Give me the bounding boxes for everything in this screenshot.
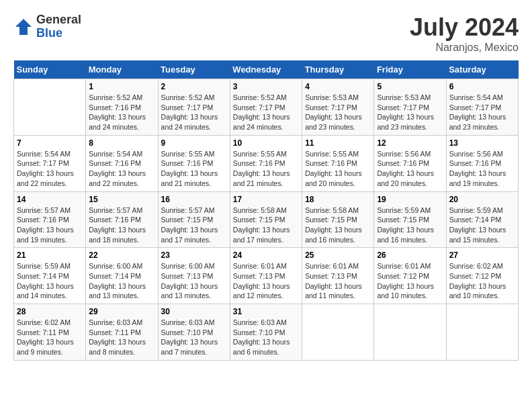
day-number: 18 [305,195,371,204]
day-number: 9 [161,138,227,148]
day-info: Sunrise: 5:52 AMSunset: 7:17 PMDaylight:… [233,93,290,131]
day-number: 13 [449,138,515,148]
calendar-cell: 18 Sunrise: 5:58 AMSunset: 7:15 PMDaylig… [302,191,374,248]
header-friday: Friday [374,60,446,79]
calendar-cell: 14 Sunrise: 5:57 AMSunset: 7:16 PMDaylig… [14,191,86,248]
calendar-week-row: 7 Sunrise: 5:54 AMSunset: 7:17 PMDayligh… [14,135,519,191]
calendar-cell: 4 Sunrise: 5:53 AMSunset: 7:17 PMDayligh… [302,79,374,136]
calendar-cell [374,304,446,361]
calendar-cell: 29 Sunrise: 6:03 AMSunset: 7:11 PMDaylig… [86,304,158,361]
day-number: 12 [377,138,443,148]
calendar-week-row: 14 Sunrise: 5:57 AMSunset: 7:16 PMDaylig… [14,191,519,248]
day-number: 14 [17,195,83,204]
day-info: Sunrise: 6:03 AMSunset: 7:10 PMDaylight:… [233,318,290,356]
day-number: 2 [161,82,227,91]
calendar-cell: 3 Sunrise: 5:52 AMSunset: 7:17 PMDayligh… [230,79,302,136]
day-number: 3 [233,82,299,91]
day-info: Sunrise: 5:54 AMSunset: 7:17 PMDaylight:… [17,150,74,187]
day-number: 15 [89,195,154,204]
calendar-cell: 21 Sunrise: 5:59 AMSunset: 7:14 PMDaylig… [14,248,86,304]
day-info: Sunrise: 5:53 AMSunset: 7:17 PMDaylight:… [305,93,362,131]
calendar-title: July 2024 [410,13,519,42]
day-number: 25 [305,250,371,260]
calendar-location: Naranjos, Mexico [410,42,519,54]
day-number: 16 [161,195,227,204]
day-info: Sunrise: 5:57 AMSunset: 7:15 PMDaylight:… [161,206,218,244]
calendar-cell: 22 Sunrise: 6:00 AMSunset: 7:14 PMDaylig… [86,248,158,304]
day-number: 28 [17,307,83,316]
calendar-cell: 20 Sunrise: 5:59 AMSunset: 7:14 PMDaylig… [446,191,518,248]
calendar-cell: 27 Sunrise: 6:02 AMSunset: 7:12 PMDaylig… [446,248,518,304]
day-number: 8 [89,138,154,148]
day-info: Sunrise: 5:52 AMSunset: 7:16 PMDaylight:… [89,93,146,131]
calendar-week-row: 21 Sunrise: 5:59 AMSunset: 7:14 PMDaylig… [14,248,519,304]
day-number: 19 [377,195,443,204]
day-info: Sunrise: 6:00 AMSunset: 7:13 PMDaylight:… [161,262,218,300]
header-thursday: Thursday [302,60,374,79]
calendar-week-row: 28 Sunrise: 6:02 AMSunset: 7:11 PMDaylig… [14,304,519,361]
day-info: Sunrise: 6:00 AMSunset: 7:14 PMDaylight:… [89,262,146,300]
calendar-cell: 30 Sunrise: 6:03 AMSunset: 7:10 PMDaylig… [158,304,230,361]
calendar-cell: 19 Sunrise: 5:59 AMSunset: 7:15 PMDaylig… [374,191,446,248]
calendar-cell: 15 Sunrise: 5:57 AMSunset: 7:16 PMDaylig… [86,191,158,248]
day-number: 24 [233,250,299,260]
day-number: 20 [449,195,515,204]
day-info: Sunrise: 6:03 AMSunset: 7:11 PMDaylight:… [89,318,146,356]
day-number: 7 [17,138,83,148]
day-info: Sunrise: 6:01 AMSunset: 7:13 PMDaylight:… [305,262,362,300]
calendar-cell: 16 Sunrise: 5:57 AMSunset: 7:15 PMDaylig… [158,191,230,248]
calendar-header-row: SundayMondayTuesdayWednesdayThursdayFrid… [14,60,519,79]
logo-general: General [36,13,81,27]
day-info: Sunrise: 6:02 AMSunset: 7:12 PMDaylight:… [449,262,506,300]
day-number: 5 [377,82,443,91]
calendar-cell: 2 Sunrise: 5:52 AMSunset: 7:17 PMDayligh… [158,79,230,136]
calendar-cell [14,79,86,136]
day-number: 1 [89,82,154,91]
day-info: Sunrise: 5:55 AMSunset: 7:16 PMDaylight:… [305,150,362,187]
calendar-table: SundayMondayTuesdayWednesdayThursdayFrid… [13,60,519,361]
calendar-cell: 5 Sunrise: 5:53 AMSunset: 7:17 PMDayligh… [374,79,446,136]
day-info: Sunrise: 5:59 AMSunset: 7:15 PMDaylight:… [377,206,434,244]
day-info: Sunrise: 5:54 AMSunset: 7:17 PMDaylight:… [449,93,506,131]
day-number: 6 [449,82,515,91]
calendar-cell: 26 Sunrise: 6:01 AMSunset: 7:12 PMDaylig… [374,248,446,304]
day-info: Sunrise: 5:56 AMSunset: 7:16 PMDaylight:… [449,150,506,187]
day-info: Sunrise: 5:58 AMSunset: 7:15 PMDaylight:… [305,206,362,244]
day-number: 4 [305,82,371,91]
day-number: 30 [161,307,227,316]
day-number: 29 [89,307,154,316]
calendar-cell: 24 Sunrise: 6:01 AMSunset: 7:13 PMDaylig… [230,248,302,304]
logo-text: General Blue [36,13,81,40]
day-info: Sunrise: 5:52 AMSunset: 7:17 PMDaylight:… [161,93,218,131]
calendar-cell [302,304,374,361]
calendar-cell: 10 Sunrise: 5:55 AMSunset: 7:16 PMDaylig… [230,135,302,191]
calendar-cell: 7 Sunrise: 5:54 AMSunset: 7:17 PMDayligh… [14,135,86,191]
day-number: 27 [449,250,515,260]
calendar-cell: 13 Sunrise: 5:56 AMSunset: 7:16 PMDaylig… [446,135,518,191]
day-number: 26 [377,250,443,260]
day-number: 22 [89,250,154,260]
logo-blue: Blue [36,27,81,40]
logo: General Blue [13,13,81,40]
page-header: General Blue July 2024 Naranjos, Mexico [13,13,519,54]
header-wednesday: Wednesday [230,60,302,79]
day-info: Sunrise: 5:54 AMSunset: 7:16 PMDaylight:… [89,150,146,187]
day-number: 11 [305,138,371,148]
calendar-cell: 6 Sunrise: 5:54 AMSunset: 7:17 PMDayligh… [446,79,518,136]
day-info: Sunrise: 6:02 AMSunset: 7:11 PMDaylight:… [17,318,74,356]
calendar-cell: 9 Sunrise: 5:55 AMSunset: 7:16 PMDayligh… [158,135,230,191]
calendar-cell: 31 Sunrise: 6:03 AMSunset: 7:10 PMDaylig… [230,304,302,361]
calendar-cell: 1 Sunrise: 5:52 AMSunset: 7:16 PMDayligh… [86,79,158,136]
day-info: Sunrise: 5:57 AMSunset: 7:16 PMDaylight:… [89,206,146,244]
day-info: Sunrise: 5:53 AMSunset: 7:17 PMDaylight:… [377,93,434,131]
calendar-cell [446,304,518,361]
day-info: Sunrise: 5:55 AMSunset: 7:16 PMDaylight:… [233,150,290,187]
calendar-week-row: 1 Sunrise: 5:52 AMSunset: 7:16 PMDayligh… [14,79,519,136]
day-number: 21 [17,250,83,260]
header-monday: Monday [86,60,158,79]
day-info: Sunrise: 5:55 AMSunset: 7:16 PMDaylight:… [161,150,218,187]
day-number: 31 [233,307,299,316]
calendar-cell: 23 Sunrise: 6:00 AMSunset: 7:13 PMDaylig… [158,248,230,304]
day-info: Sunrise: 6:01 AMSunset: 7:12 PMDaylight:… [377,262,434,300]
header-sunday: Sunday [14,60,86,79]
